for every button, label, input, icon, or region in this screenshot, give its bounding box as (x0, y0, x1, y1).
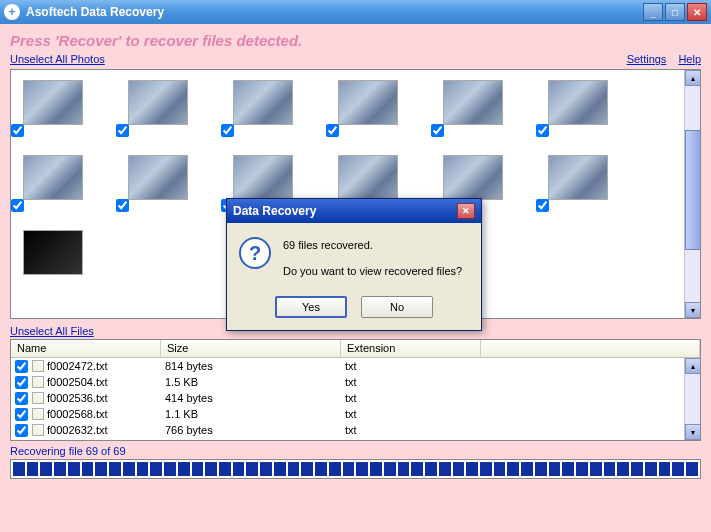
progress-segment (27, 462, 39, 476)
file-name: f0002536.txt (47, 392, 165, 404)
progress-segment (205, 462, 217, 476)
column-header-size[interactable]: Size (161, 340, 341, 357)
photo-thumbnail[interactable] (23, 155, 83, 200)
table-row[interactable]: f0002472.txt814 bytestxt (11, 358, 700, 374)
file-checkbox[interactable] (15, 360, 28, 373)
photo-checkbox[interactable] (116, 199, 129, 212)
photo-item[interactable] (128, 80, 188, 125)
photo-thumbnail[interactable] (548, 80, 608, 125)
maximize-button[interactable]: □ (665, 3, 685, 21)
column-header-extension[interactable]: Extension (341, 340, 481, 357)
photo-item[interactable] (338, 80, 398, 125)
dialog-line1: 69 files recovered. (283, 237, 462, 255)
dialog-close-button[interactable]: ✕ (457, 203, 475, 219)
settings-link[interactable]: Settings (627, 53, 667, 65)
progress-segment (137, 462, 149, 476)
unselect-all-photos-link[interactable]: Unselect All Photos (10, 53, 105, 65)
file-checkbox[interactable] (15, 376, 28, 389)
dialog-title: Data Recovery (233, 204, 457, 218)
help-link[interactable]: Help (678, 53, 701, 65)
progress-segment (274, 462, 286, 476)
scroll-up-icon[interactable]: ▲ (685, 358, 701, 374)
photo-item[interactable] (23, 155, 83, 200)
table-row[interactable]: f0002632.txt766 bytestxt (11, 422, 700, 438)
photos-scrollbar[interactable]: ▲ ▼ (684, 70, 700, 318)
column-header-name[interactable]: Name (11, 340, 161, 357)
progress-segment (150, 462, 162, 476)
photo-thumbnail[interactable] (338, 80, 398, 125)
progress-segment (494, 462, 506, 476)
photo-item[interactable] (548, 155, 608, 200)
photo-item[interactable] (128, 155, 188, 200)
progress-segment (398, 462, 410, 476)
file-icon (32, 392, 44, 404)
photo-item[interactable] (23, 80, 83, 125)
status-text: Recovering file 69 of 69 (10, 445, 701, 457)
file-checkbox[interactable] (15, 408, 28, 421)
progress-segment (356, 462, 368, 476)
photo-checkbox[interactable] (536, 199, 549, 212)
progress-segment (549, 462, 561, 476)
photo-item[interactable] (338, 155, 398, 200)
scroll-down-icon[interactable]: ▼ (685, 424, 701, 440)
photo-checkbox[interactable] (221, 124, 234, 137)
file-icon (32, 408, 44, 420)
progress-segment (617, 462, 629, 476)
photo-thumbnail[interactable] (338, 155, 398, 200)
photo-checkbox[interactable] (11, 199, 24, 212)
progress-segment (535, 462, 547, 476)
progress-segment (411, 462, 423, 476)
table-row[interactable]: f0002568.txt1.1 KBtxt (11, 406, 700, 422)
progress-segment (82, 462, 94, 476)
progress-segment (562, 462, 574, 476)
progress-segment (164, 462, 176, 476)
scroll-thumb[interactable] (685, 130, 701, 250)
photo-checkbox[interactable] (536, 124, 549, 137)
close-button[interactable]: ✕ (687, 3, 707, 21)
file-name: f0002568.txt (47, 408, 165, 420)
photo-item[interactable] (23, 230, 83, 275)
photo-thumbnail[interactable] (443, 80, 503, 125)
yes-button[interactable]: Yes (275, 296, 347, 318)
photo-thumbnail[interactable] (23, 80, 83, 125)
photo-thumbnail[interactable] (233, 80, 293, 125)
photo-item[interactable] (548, 80, 608, 125)
photo-checkbox[interactable] (431, 124, 444, 137)
scroll-down-icon[interactable]: ▼ (685, 302, 701, 318)
photo-checkbox[interactable] (326, 124, 339, 137)
progress-segment (68, 462, 80, 476)
minimize-button[interactable]: _ (643, 3, 663, 21)
file-name: f0002472.txt (47, 360, 165, 372)
progress-segment (672, 462, 684, 476)
photo-checkbox[interactable] (116, 124, 129, 137)
table-row[interactable]: f0002536.txt414 bytestxt (11, 390, 700, 406)
dialog-titlebar: Data Recovery ✕ (227, 199, 481, 223)
file-checkbox[interactable] (15, 424, 28, 437)
files-scrollbar[interactable]: ▲ ▼ (684, 358, 700, 440)
progress-segment (466, 462, 478, 476)
photo-item[interactable] (443, 80, 503, 125)
dialog-message: 69 files recovered. Do you want to view … (283, 237, 462, 280)
photo-thumbnail[interactable] (128, 155, 188, 200)
file-ext: txt (345, 376, 485, 388)
file-ext: txt (345, 408, 485, 420)
photo-item[interactable] (233, 80, 293, 125)
table-row[interactable]: f0002504.txt1.5 KBtxt (11, 374, 700, 390)
photo-thumbnail[interactable] (128, 80, 188, 125)
progress-segment (315, 462, 327, 476)
unselect-all-files-link[interactable]: Unselect All Files (10, 325, 94, 337)
photo-item[interactable] (443, 155, 503, 200)
progress-segment (54, 462, 66, 476)
photo-thumbnail[interactable] (443, 155, 503, 200)
file-size: 766 bytes (165, 424, 345, 436)
file-checkbox[interactable] (15, 392, 28, 405)
photo-thumbnail[interactable] (23, 230, 83, 275)
photo-thumbnail[interactable] (548, 155, 608, 200)
photo-checkbox[interactable] (11, 124, 24, 137)
photo-thumbnail[interactable] (233, 155, 293, 200)
photo-item[interactable] (233, 155, 293, 200)
scroll-up-icon[interactable]: ▲ (685, 70, 701, 86)
progress-segment (576, 462, 588, 476)
no-button[interactable]: No (361, 296, 433, 318)
progress-segment (507, 462, 519, 476)
